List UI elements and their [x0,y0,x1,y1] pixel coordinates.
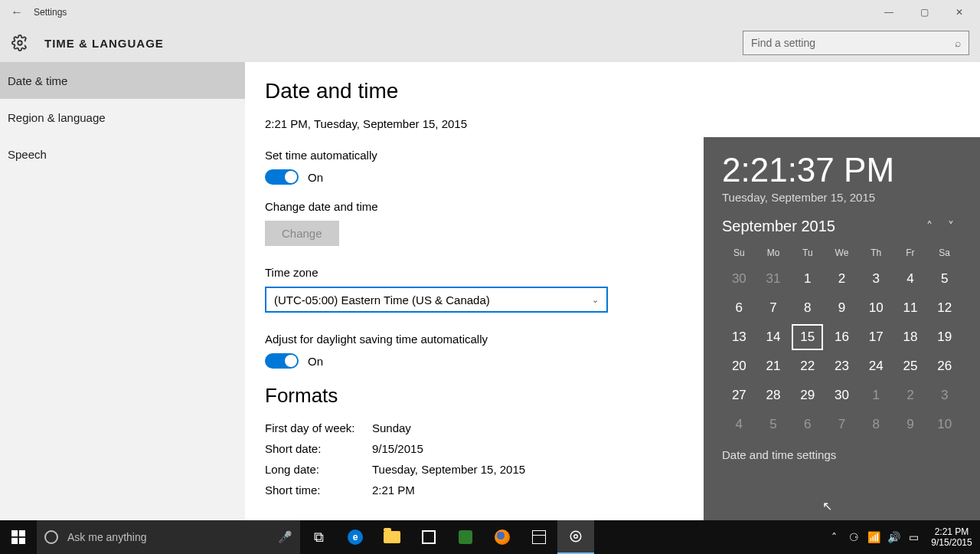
calendar-day[interactable]: 23 [825,352,859,381]
calendar-day[interactable]: 18 [893,323,928,352]
calendar-day[interactable]: 8 [790,293,825,323]
sidebar-item-speech[interactable]: Speech [0,136,245,172]
tray-action-center-icon[interactable]: ▭ [903,531,923,543]
calendar-day[interactable]: 26 [927,352,962,381]
calendar-day[interactable]: 2 [893,381,928,410]
prev-month-button[interactable]: ˄ [919,219,940,234]
timezone-dropdown[interactable]: (UTC-05:00) Eastern Time (US & Canada) ⌄ [265,287,608,313]
calendar-day[interactable]: 28 [756,381,791,410]
calendar-day[interactable]: 15 [790,323,825,352]
calendar-day[interactable]: 9 [825,293,859,323]
system-tray: ˄ ⚆ 📶 🔊 ▭ 2:21 PM 9/15/2015 [824,520,980,554]
calendar-day[interactable]: 7 [756,293,791,323]
calendar-day[interactable]: 3 [859,264,893,293]
format-value: Tuesday, September 15, 2015 [372,463,525,476]
taskbar-calculator[interactable] [521,520,557,554]
calendar-day[interactable]: 4 [722,410,756,439]
chevron-down-icon: ⌄ [592,295,599,305]
calendar-day[interactable]: 8 [859,410,893,439]
calendar-dow: Fr [893,244,928,264]
minimize-button[interactable]: — [871,0,906,25]
search-input[interactable]: Find a setting ⌕ [743,31,969,55]
calendar-day[interactable]: 24 [859,352,893,381]
calendar-dow: We [825,244,859,264]
close-button[interactable]: ✕ [942,0,977,25]
tray-volume-icon[interactable]: 🔊 [884,531,903,543]
calendar-day[interactable]: 5 [927,264,962,293]
page-title: TIME & LANGUAGE [44,37,164,50]
auto-time-state: On [308,171,323,184]
calendar-day[interactable]: 4 [893,264,928,293]
calendar-dow: Sa [927,244,962,264]
maximize-button[interactable]: ▢ [906,0,942,25]
calendar-day[interactable]: 10 [859,293,893,323]
calendar-day[interactable]: 6 [722,293,756,323]
calendar-day[interactable]: 30 [722,264,756,293]
tray-network-icon[interactable]: 📶 [864,531,884,543]
calendar-day[interactable]: 7 [825,410,859,439]
calendar-day[interactable]: 14 [756,323,791,352]
change-button[interactable]: Change [265,221,339,246]
calendar-day[interactable]: 10 [927,410,962,439]
taskbar-file-explorer[interactable] [374,520,410,554]
calendar-day[interactable]: 30 [825,381,859,410]
next-month-button[interactable]: ˅ [940,219,962,234]
calendar-day[interactable]: 3 [927,381,962,410]
taskbar-edge[interactable]: e [337,520,374,554]
taskbar-firefox[interactable] [484,520,521,554]
calendar-day[interactable]: 13 [722,323,756,352]
calendar-day[interactable]: 29 [790,381,825,410]
tray-clock[interactable]: 2:21 PM 9/15/2015 [923,526,980,548]
calendar-day[interactable]: 11 [893,293,928,323]
sidebar-item-date-time[interactable]: Date & time [0,62,245,99]
format-key: Long date: [265,463,372,476]
flyout-month[interactable]: September 2015 [722,218,835,235]
taskbar-store[interactable] [410,520,447,554]
auto-time-toggle[interactable] [265,169,299,185]
calendar-day[interactable]: 6 [790,410,825,439]
calendar-dow: Su [722,244,756,264]
start-button[interactable] [0,520,37,554]
search-icon: ⌕ [955,37,961,49]
calendar-dow: Th [859,244,893,264]
clock-calendar-flyout: 2:21:37 PM Tuesday, September 15, 2015 S… [704,137,980,520]
calendar-day[interactable]: 5 [756,410,791,439]
cortana-placeholder: Ask me anything [67,531,147,543]
tray-wifi-icon[interactable]: ⚆ [844,531,864,543]
svg-point-5 [574,535,578,539]
svg-rect-1 [11,530,18,536]
calendar-day[interactable]: 16 [825,323,859,352]
calendar-day[interactable]: 9 [893,410,928,439]
calendar-day[interactable]: 12 [927,293,962,323]
task-view-button[interactable]: ⧉ [300,520,337,554]
calendar-day[interactable]: 27 [722,381,756,410]
calendar-day[interactable]: 22 [790,352,825,381]
cortana-search[interactable]: Ask me anything 🎤 [37,520,300,554]
tray-overflow-icon[interactable]: ˄ [824,531,844,543]
window-title: Settings [34,7,67,18]
flyout-date: Tuesday, September 15, 2015 [722,191,962,204]
calendar-day[interactable]: 1 [859,381,893,410]
calendar-day[interactable]: 21 [756,352,791,381]
sidebar-item-region-language[interactable]: Region & language [0,99,245,136]
svg-rect-2 [19,530,25,536]
titlebar: ← Settings — ▢ ✕ [0,0,980,25]
calendar-day[interactable]: 1 [790,264,825,293]
date-time-settings-link[interactable]: Date and time settings [722,448,962,461]
calendar-day[interactable]: 19 [927,323,962,352]
sidebar: Date & timeRegion & languageSpeech [0,62,245,520]
back-button[interactable]: ← [3,5,31,19]
taskbar-settings[interactable] [557,520,594,554]
calendar-day[interactable]: 31 [756,264,791,293]
calendar-day[interactable]: 25 [893,352,928,381]
taskbar-app-green[interactable] [447,520,484,554]
calendar: SuMoTuWeThFrSa 3031123456789101112131415… [722,244,962,439]
search-placeholder: Find a setting [751,37,815,49]
taskbar: Ask me anything 🎤 ⧉ e ˄ ⚆ 📶 🔊 ▭ 2:21 PM … [0,520,980,554]
timezone-value: (UTC-05:00) Eastern Time (US & Canada) [274,293,490,307]
calendar-day[interactable]: 20 [722,352,756,381]
calendar-day[interactable]: 2 [825,264,859,293]
svg-point-0 [18,41,22,45]
dst-toggle[interactable] [265,353,299,369]
calendar-day[interactable]: 17 [859,323,893,352]
